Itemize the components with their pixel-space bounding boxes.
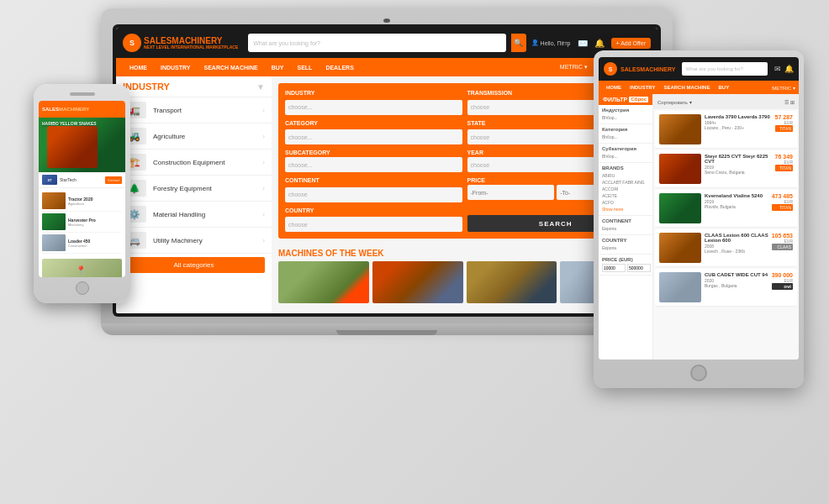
tablet-main: ФИЛЬТР Сброс Индустрия Вhбор... Категори… xyxy=(599,94,799,360)
tablet-listings: Сортировать ▾ ☰ ⊞ Laverda 3790 Laverda 3… xyxy=(653,94,799,360)
industry-sidebar: INDUSTRY ▼ 🚛 Transport › 🚜 Agriculture › xyxy=(116,76,272,313)
filter-continent-item[interactable]: Европа xyxy=(602,225,649,232)
header-right: 👤 Hello, Пётр ✉️ 🔔 + Add Offer xyxy=(531,38,651,49)
sidebar-item-utility[interactable]: 🚐 Utility Machinery › xyxy=(116,228,272,254)
show-more-button[interactable]: Show more xyxy=(602,206,649,213)
filter-brand-abiru[interactable]: ABIRU xyxy=(602,172,649,179)
country-select[interactable]: choose xyxy=(285,217,462,232)
sidebar-item-label: Forestry Equipment xyxy=(153,185,256,192)
sidebar-item-material-handling[interactable]: ⚙️ Material Handling › xyxy=(116,202,272,228)
tablet-notifications-icon[interactable]: 🔔 xyxy=(784,65,794,73)
industry-select[interactable]: choose... xyxy=(285,100,462,115)
tablet-home-button[interactable] xyxy=(690,365,707,381)
listing-item-4[interactable]: CLAAS Lexion 600 CLAAS Lexion 600 2008 L… xyxy=(655,229,797,267)
year-select[interactable]: choose xyxy=(467,157,605,172)
tablet-search[interactable]: What are you looking for? xyxy=(682,62,768,76)
filter-industry-item[interactable]: Вhбор... xyxy=(602,114,649,121)
laptop-header: S SALESMACHINERY NEXT LEVEL INTERNATIONA… xyxy=(116,28,657,58)
listings-sort[interactable]: Сортировать ▾ xyxy=(657,99,692,105)
filter-continent-section: CONTINENT Европа xyxy=(599,216,652,235)
nav-search-machine[interactable]: SEARCH MACHINE xyxy=(198,58,265,76)
listing-title-4: CLAAS Lexion 600 CLAAS Lexion 600 xyxy=(705,233,772,243)
phone-contact-button[interactable]: Contact xyxy=(105,176,122,184)
sidebar-item-construction[interactable]: 🏗️ Construction Equipment › xyxy=(116,150,272,176)
laptop-device: S SALESMACHINERY NEXT LEVEL INTERNATIONA… xyxy=(101,8,673,335)
filter-country-item[interactable]: Европа xyxy=(602,244,649,251)
listing-badge-3: TITAN xyxy=(772,204,793,211)
phone-listing-info-3: Loader 450 Construction xyxy=(68,239,122,248)
header-search-button[interactable]: 🔍 xyxy=(511,34,526,52)
nav-industry[interactable]: INDUSTRY xyxy=(154,58,198,76)
tablet-nav-metric[interactable]: METRIC ▾ xyxy=(772,85,795,91)
tablet-messages-icon[interactable]: ✉ xyxy=(774,65,781,73)
tablet-device: S SALESMACHINERY What are you looking fo… xyxy=(594,50,804,388)
listing-item-1[interactable]: Laverda 3790 Laverda 3790 1994+ Lozano ,… xyxy=(655,111,797,149)
phone-listing-3[interactable]: Loader 450 Construction xyxy=(42,233,122,254)
listing-item-3[interactable]: Kverneland Vtaline 5240 2019 Plovdiv, Bu… xyxy=(655,190,797,228)
machine-card-1[interactable] xyxy=(278,261,369,303)
filter-country-title: COUNTRY xyxy=(602,238,649,243)
listing-item-5[interactable]: CUB CADET WIDE CUT 94 2020 Burgas , Bulg… xyxy=(655,269,797,307)
chevron-right-icon: › xyxy=(262,185,265,192)
metric-selector[interactable]: METRIC ▾ xyxy=(557,64,591,71)
phone-listing-img-3 xyxy=(42,234,66,251)
phone-hero-image xyxy=(47,126,98,168)
listing-info-2: Steyr 6225 CVT Steyr 6225 CVT 2019 Seno … xyxy=(705,154,775,175)
messages-icon[interactable]: ✉️ xyxy=(578,39,588,48)
listing-title-2: Steyr 6225 CVT Steyr 6225 CVT xyxy=(705,154,775,164)
tablet-nav-search[interactable]: SEARCH MACHINE xyxy=(659,85,714,90)
filter-subcategory-item[interactable]: Вhбор... xyxy=(602,153,649,160)
listings-view-toggle[interactable]: ☰ ⊞ xyxy=(784,99,795,105)
chevron-right-icon: › xyxy=(262,133,265,140)
phone-listing-2[interactable]: Harvester Pro Machinery xyxy=(42,212,122,233)
laptop-screen: S SALESMACHINERY NEXT LEVEL INTERNATIONA… xyxy=(116,28,657,313)
nav-sell[interactable]: SELL xyxy=(290,58,319,76)
listing-price-block-1: 57 287 EUR TITAN xyxy=(775,114,793,132)
header-search-input[interactable]: What are you looking for? xyxy=(248,34,505,52)
price-from-input[interactable] xyxy=(467,185,555,200)
chevron-right-icon: › xyxy=(262,211,265,218)
notifications-icon[interactable]: 🔔 xyxy=(594,39,605,48)
tablet-nav-industry[interactable]: INDUSTRY xyxy=(626,85,659,90)
machine-card-3[interactable] xyxy=(467,261,557,303)
sidebar-item-agriculture[interactable]: 🚜 Agriculture › xyxy=(116,123,272,150)
filter-category-item[interactable]: Вhбор... xyxy=(602,134,649,140)
filter-country-section: COUNTRY Европа xyxy=(599,235,652,255)
subcategory-label: SUBCATEGORY xyxy=(285,150,462,155)
tablet-nav-buy[interactable]: BUY xyxy=(714,85,733,90)
price-max-input[interactable] xyxy=(627,264,651,272)
machine-card-2[interactable] xyxy=(372,261,463,303)
filter-continent-title: CONTINENT xyxy=(602,218,649,223)
listing-price-block-4: 105 653 EUR CLAAS xyxy=(772,233,793,250)
filter-brand-acclabt[interactable]: ACCLABT FABR AING xyxy=(602,179,649,186)
listing-location-4: Lovech , Ruse - 23Kb xyxy=(705,249,772,254)
nav-home[interactable]: HOME xyxy=(123,58,154,76)
phone-listing-1[interactable]: Tractor 2020 Agriculture xyxy=(42,191,122,212)
nav-dealers[interactable]: DEALERS xyxy=(319,58,360,76)
listing-item-2[interactable]: Steyr 6225 CVT Steyr 6225 CVT 2019 Seno … xyxy=(655,150,797,188)
listing-image-5 xyxy=(659,272,701,302)
sidebar-item-transport[interactable]: 🚛 Transport › xyxy=(116,97,272,123)
filter-brand-acfo[interactable]: ACFO xyxy=(602,199,649,206)
sidebar-toggle-icon[interactable]: ▼ xyxy=(256,82,265,92)
filter-brand-aceite[interactable]: ACEITE xyxy=(602,192,649,199)
sidebar-item-label: Construction Equipment xyxy=(153,159,256,166)
continent-select[interactable]: choose xyxy=(285,187,462,202)
tablet-screen: S SALESMACHINERY What are you looking fo… xyxy=(599,57,799,360)
tablet-nav-home[interactable]: HOME xyxy=(602,85,626,90)
filter-reset-button[interactable]: Сброс xyxy=(629,97,648,102)
phone-home-button[interactable] xyxy=(76,281,89,295)
price-min-input[interactable] xyxy=(602,264,626,272)
tablet-nav: HOME INDUSTRY SEARCH MACHINE BUY METRIC … xyxy=(599,81,799,94)
category-select[interactable]: choose... xyxy=(285,129,462,144)
subcategory-select[interactable]: choose... xyxy=(285,157,462,172)
nav-buy[interactable]: BUY xyxy=(265,58,291,76)
all-categories-button[interactable]: All categories xyxy=(123,257,265,273)
add-offer-button[interactable]: + Add Offer xyxy=(611,38,651,49)
filter-brand-accori[interactable]: ACCORI xyxy=(602,186,649,192)
phone-hero: HARIBO YELLOW SNAKES xyxy=(39,118,125,172)
listing-image-2 xyxy=(659,154,701,184)
listing-location-1: Lozano , Peru - 230+ xyxy=(705,125,775,130)
listing-title-5: CUB CADET WIDE CUT 94 xyxy=(705,272,772,277)
sidebar-item-forestry[interactable]: 🌲 Forestry Equipment › xyxy=(116,176,272,202)
